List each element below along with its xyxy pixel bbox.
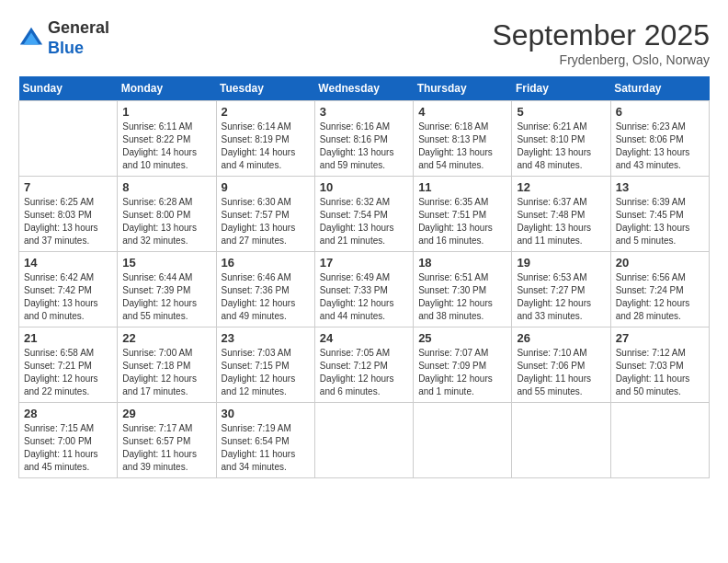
day-detail: Sunrise: 7:12 AM Sunset: 7:03 PM Dayligh…	[616, 347, 704, 398]
month-title: September 2025	[492, 18, 710, 52]
week-row-5: 28Sunrise: 7:15 AM Sunset: 7:00 PM Dayli…	[19, 403, 710, 478]
calendar-cell	[414, 403, 512, 478]
day-number: 23	[222, 331, 310, 345]
day-number: 30	[222, 407, 310, 420]
day-detail: Sunrise: 6:28 AM Sunset: 8:00 PM Dayligh…	[122, 196, 210, 247]
day-number: 6	[616, 105, 704, 119]
calendar-cell: 5Sunrise: 6:21 AM Sunset: 8:10 PM Daylig…	[512, 101, 610, 177]
calendar-cell: 15Sunrise: 6:44 AM Sunset: 7:39 PM Dayli…	[118, 252, 216, 327]
logo-text: General Blue	[48, 18, 109, 58]
calendar-cell: 29Sunrise: 7:17 AM Sunset: 6:57 PM Dayli…	[118, 403, 216, 478]
logo-blue: Blue	[48, 39, 84, 57]
calendar-cell: 21Sunrise: 6:58 AM Sunset: 7:21 PM Dayli…	[19, 327, 118, 403]
day-detail: Sunrise: 6:42 AM Sunset: 7:42 PM Dayligh…	[24, 271, 112, 323]
day-detail: Sunrise: 6:25 AM Sunset: 8:03 PM Dayligh…	[24, 196, 112, 247]
day-detail: Sunrise: 6:46 AM Sunset: 7:36 PM Dayligh…	[222, 271, 310, 323]
day-detail: Sunrise: 7:10 AM Sunset: 7:06 PM Dayligh…	[517, 347, 605, 398]
day-detail: Sunrise: 6:44 AM Sunset: 7:39 PM Dayligh…	[122, 271, 210, 323]
weekday-header-row: SundayMondayTuesdayWednesdayThursdayFrid…	[19, 76, 710, 101]
calendar-cell: 7Sunrise: 6:25 AM Sunset: 8:03 PM Daylig…	[19, 177, 118, 252]
calendar-cell	[314, 403, 413, 478]
calendar-cell: 17Sunrise: 6:49 AM Sunset: 7:33 PM Dayli…	[314, 252, 413, 327]
weekday-monday: Monday	[118, 76, 216, 101]
weekday-wednesday: Wednesday	[314, 76, 413, 101]
day-number: 20	[616, 256, 704, 270]
day-number: 16	[222, 256, 310, 270]
day-number: 26	[517, 331, 605, 345]
day-detail: Sunrise: 6:23 AM Sunset: 8:06 PM Dayligh…	[616, 121, 704, 172]
day-number: 21	[24, 331, 112, 345]
calendar-cell: 20Sunrise: 6:56 AM Sunset: 7:24 PM Dayli…	[610, 252, 709, 327]
calendar-cell: 6Sunrise: 6:23 AM Sunset: 8:06 PM Daylig…	[610, 101, 709, 177]
logo-icon	[18, 26, 44, 52]
day-number: 19	[517, 256, 605, 270]
day-detail: Sunrise: 6:49 AM Sunset: 7:33 PM Dayligh…	[320, 271, 408, 323]
day-detail: Sunrise: 6:51 AM Sunset: 7:30 PM Dayligh…	[418, 271, 506, 323]
day-number: 27	[616, 331, 704, 345]
week-row-4: 21Sunrise: 6:58 AM Sunset: 7:21 PM Dayli…	[19, 327, 710, 403]
calendar-cell: 10Sunrise: 6:32 AM Sunset: 7:54 PM Dayli…	[314, 177, 413, 252]
day-number: 5	[517, 105, 605, 119]
day-detail: Sunrise: 7:03 AM Sunset: 7:15 PM Dayligh…	[222, 347, 310, 398]
day-number: 9	[222, 180, 310, 194]
calendar-cell: 24Sunrise: 7:05 AM Sunset: 7:12 PM Dayli…	[314, 327, 413, 403]
logo: General Blue	[18, 18, 109, 58]
calendar-cell: 13Sunrise: 6:39 AM Sunset: 7:45 PM Dayli…	[610, 177, 709, 252]
calendar-cell: 22Sunrise: 7:00 AM Sunset: 7:18 PM Dayli…	[118, 327, 216, 403]
calendar-cell	[610, 403, 709, 478]
calendar-cell: 26Sunrise: 7:10 AM Sunset: 7:06 PM Dayli…	[512, 327, 610, 403]
day-detail: Sunrise: 6:39 AM Sunset: 7:45 PM Dayligh…	[616, 196, 704, 247]
day-detail: Sunrise: 6:32 AM Sunset: 7:54 PM Dayligh…	[320, 196, 408, 247]
day-detail: Sunrise: 6:37 AM Sunset: 7:48 PM Dayligh…	[517, 196, 605, 247]
title-block: September 2025 Frydenberg, Oslo, Norway	[492, 18, 710, 67]
calendar-cell: 16Sunrise: 6:46 AM Sunset: 7:36 PM Dayli…	[216, 252, 314, 327]
day-detail: Sunrise: 7:00 AM Sunset: 7:18 PM Dayligh…	[122, 347, 210, 398]
day-detail: Sunrise: 6:53 AM Sunset: 7:27 PM Dayligh…	[517, 271, 605, 323]
calendar-cell	[19, 101, 118, 177]
day-number: 14	[24, 256, 112, 270]
day-number: 28	[24, 407, 112, 420]
day-number: 2	[222, 105, 310, 119]
day-detail: Sunrise: 7:07 AM Sunset: 7:09 PM Dayligh…	[418, 347, 506, 398]
calendar-cell: 12Sunrise: 6:37 AM Sunset: 7:48 PM Dayli…	[512, 177, 610, 252]
calendar-cell: 11Sunrise: 6:35 AM Sunset: 7:51 PM Dayli…	[414, 177, 512, 252]
day-number: 13	[616, 180, 704, 194]
day-detail: Sunrise: 6:16 AM Sunset: 8:16 PM Dayligh…	[320, 121, 408, 172]
calendar-table: SundayMondayTuesdayWednesdayThursdayFrid…	[18, 76, 710, 478]
day-number: 11	[418, 180, 506, 194]
weekday-tuesday: Tuesday	[216, 76, 314, 101]
day-number: 24	[320, 331, 408, 345]
calendar-cell: 25Sunrise: 7:07 AM Sunset: 7:09 PM Dayli…	[414, 327, 512, 403]
calendar-cell: 19Sunrise: 6:53 AM Sunset: 7:27 PM Dayli…	[512, 252, 610, 327]
calendar-cell: 18Sunrise: 6:51 AM Sunset: 7:30 PM Dayli…	[414, 252, 512, 327]
calendar-cell: 30Sunrise: 7:19 AM Sunset: 6:54 PM Dayli…	[216, 403, 314, 478]
calendar-cell: 8Sunrise: 6:28 AM Sunset: 8:00 PM Daylig…	[118, 177, 216, 252]
week-row-1: 1Sunrise: 6:11 AM Sunset: 8:22 PM Daylig…	[19, 101, 710, 177]
day-number: 7	[24, 180, 112, 194]
calendar-cell: 23Sunrise: 7:03 AM Sunset: 7:15 PM Dayli…	[216, 327, 314, 403]
day-number: 22	[122, 331, 210, 345]
weekday-thursday: Thursday	[414, 76, 512, 101]
day-detail: Sunrise: 6:18 AM Sunset: 8:13 PM Dayligh…	[418, 121, 506, 172]
day-number: 18	[418, 256, 506, 270]
day-number: 1	[122, 105, 210, 119]
day-detail: Sunrise: 6:14 AM Sunset: 8:19 PM Dayligh…	[222, 121, 310, 172]
week-row-3: 14Sunrise: 6:42 AM Sunset: 7:42 PM Dayli…	[19, 252, 710, 327]
calendar-cell: 2Sunrise: 6:14 AM Sunset: 8:19 PM Daylig…	[216, 101, 314, 177]
day-number: 17	[320, 256, 408, 270]
weekday-friday: Friday	[512, 76, 610, 101]
page-header: General Blue September 2025 Frydenberg, …	[18, 18, 710, 67]
day-number: 15	[122, 256, 210, 270]
calendar-cell: 3Sunrise: 6:16 AM Sunset: 8:16 PM Daylig…	[314, 101, 413, 177]
calendar-cell: 1Sunrise: 6:11 AM Sunset: 8:22 PM Daylig…	[118, 101, 216, 177]
calendar-cell	[512, 403, 610, 478]
calendar-header: SundayMondayTuesdayWednesdayThursdayFrid…	[19, 76, 710, 101]
day-number: 25	[418, 331, 506, 345]
day-detail: Sunrise: 6:35 AM Sunset: 7:51 PM Dayligh…	[418, 196, 506, 247]
logo-general: General	[48, 18, 109, 37]
week-row-2: 7Sunrise: 6:25 AM Sunset: 8:03 PM Daylig…	[19, 177, 710, 252]
day-detail: Sunrise: 6:56 AM Sunset: 7:24 PM Dayligh…	[616, 271, 704, 323]
calendar-cell: 4Sunrise: 6:18 AM Sunset: 8:13 PM Daylig…	[414, 101, 512, 177]
day-detail: Sunrise: 7:15 AM Sunset: 7:00 PM Dayligh…	[24, 422, 112, 474]
calendar-body: 1Sunrise: 6:11 AM Sunset: 8:22 PM Daylig…	[19, 101, 710, 478]
